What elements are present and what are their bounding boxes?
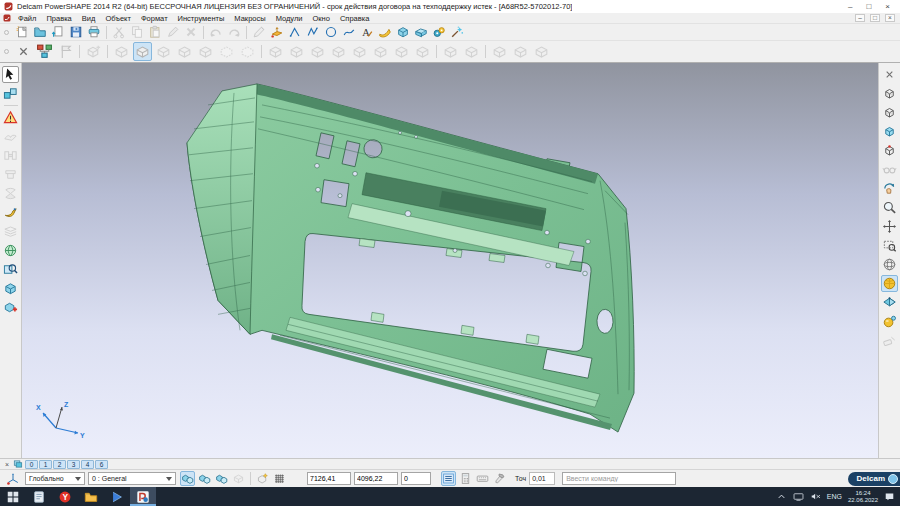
copy-icon [129,24,145,40]
print-icon[interactable] [86,24,102,40]
menu-item-5[interactable]: Формат [136,14,173,23]
wireframe-view-icon[interactable] [881,256,898,273]
mdi-restore-button[interactable]: □ [870,14,880,22]
model-doctor-icon[interactable] [2,299,19,316]
solid-feature-4-icon [329,42,348,61]
surface-auto-icon[interactable] [377,24,393,40]
menu-item-8[interactable]: Модули [271,14,308,23]
yandex-browser-icon[interactable]: Y [52,487,78,506]
separator [79,45,80,58]
level-tab-0[interactable]: 0 [25,460,38,469]
viewport-3d-canvas[interactable] [22,63,878,458]
network-monitor-icon[interactable] [793,491,804,502]
view-shaded-cube-icon[interactable] [881,123,898,140]
snap-grid-icon[interactable] [272,471,287,486]
workplane-axis-icon[interactable] [5,471,21,487]
surface-tool-2-icon [2,147,19,164]
clipboard-view-2-icon[interactable] [197,471,212,486]
view-iso-2-icon[interactable] [881,104,898,121]
clipboard-view-3-icon[interactable] [214,471,229,486]
menu-item-6[interactable]: Инструменты [173,14,230,23]
line-icon[interactable] [287,24,303,40]
workplane-icon[interactable] [269,24,285,40]
levels-close-icon[interactable]: × [3,461,11,468]
menu-item-10[interactable]: Справка [335,14,374,23]
menu-item-4[interactable]: Объект [100,14,136,23]
select-cursor-icon[interactable] [2,66,19,83]
command-input[interactable] [562,472,676,485]
menu-item-3[interactable]: Вид [77,14,101,23]
wizard-icon[interactable] [449,24,465,40]
sketch-icon [251,24,267,40]
notification-center-icon[interactable] [884,491,895,502]
pan-view-icon[interactable] [881,218,898,235]
new-model-icon[interactable] [14,24,30,40]
save-icon[interactable] [68,24,84,40]
menu-item-1[interactable]: Файл [13,14,41,23]
workplane-select[interactable]: Глобально [25,472,85,485]
view-vertex-icon[interactable] [881,142,898,159]
tools-icon[interactable] [492,471,507,486]
taskbar-clock[interactable]: 16:24 22.06.2022 [848,490,878,503]
rotate-view-icon[interactable] [881,180,898,197]
mdi-close-button[interactable]: × [885,14,895,22]
solid-op-2-icon[interactable] [133,42,152,61]
solid-verify-icon[interactable] [2,280,19,297]
level-select-value: 0 : General [92,475,127,482]
start-icon[interactable] [0,487,26,506]
open-model-icon[interactable] [32,24,48,40]
workplane-view-icon[interactable] [881,294,898,311]
close-solid-toolbar-icon[interactable] [14,42,33,61]
zoom-box-icon[interactable] [881,237,898,254]
star-box-icon[interactable] [255,471,270,486]
menu-item-7[interactable]: Макросы [229,14,270,23]
shaded-view-icon[interactable] [881,275,898,292]
powershape-app-icon[interactable] [130,487,156,506]
mdi-minimize-button[interactable]: – [855,14,865,22]
tolerance-value[interactable]: 0,01 [529,472,555,485]
speaker-muted-icon[interactable] [810,491,821,502]
solid-icon[interactable] [413,24,429,40]
level-tab-3[interactable]: 3 [67,460,80,469]
render-check-icon[interactable] [2,242,19,259]
coord-x-field[interactable] [307,472,351,485]
level-tab-6[interactable]: 6 [95,460,108,469]
file-explorer-icon[interactable] [78,487,104,506]
render-view-icon[interactable] [881,313,898,330]
clipboard-view-1-icon[interactable] [180,471,195,486]
app-document-icon[interactable] [26,487,52,506]
tray-chevron-up-icon[interactable] [776,491,787,502]
viewport[interactable]: X Z Y [22,63,878,458]
blocks-icon[interactable] [2,85,19,102]
keyboard-entry-icon[interactable] [475,471,490,486]
morph-tool-icon[interactable] [2,204,19,221]
arc-icon[interactable] [323,24,339,40]
menu-item-2[interactable]: Правка [41,14,76,23]
coord-y-field[interactable] [354,472,398,485]
maximize-button[interactable]: □ [866,3,871,11]
calculator-icon[interactable] [458,471,473,486]
menu-item-9[interactable]: Окно [308,14,335,23]
view-iso-1-icon[interactable] [881,85,898,102]
language-indicator[interactable]: ENG [827,493,842,500]
polyline-icon[interactable] [305,24,321,40]
minimize-button[interactable]: – [848,3,852,11]
close-button[interactable]: × [885,3,890,11]
close-view-toolbar-icon[interactable] [881,66,898,83]
level-select[interactable]: 0 : General [88,472,176,485]
version-tree-icon[interactable] [35,42,54,61]
zoom-view-icon[interactable] [881,199,898,216]
surface-icon[interactable] [395,24,411,40]
item-list-icon[interactable] [441,471,456,486]
import-icon[interactable] [50,24,66,40]
model-fixing-icon[interactable] [2,109,19,126]
curve-icon[interactable] [341,24,357,40]
level-tab-2[interactable]: 2 [53,460,66,469]
inspect-zoom-icon[interactable] [2,261,19,278]
coord-z-field[interactable] [401,472,431,485]
app-media-icon[interactable] [104,487,130,506]
level-tab-4[interactable]: 4 [81,460,94,469]
feature-icon[interactable] [431,24,447,40]
level-tab-1[interactable]: 1 [39,460,52,469]
text-icon[interactable]: A [359,24,375,40]
